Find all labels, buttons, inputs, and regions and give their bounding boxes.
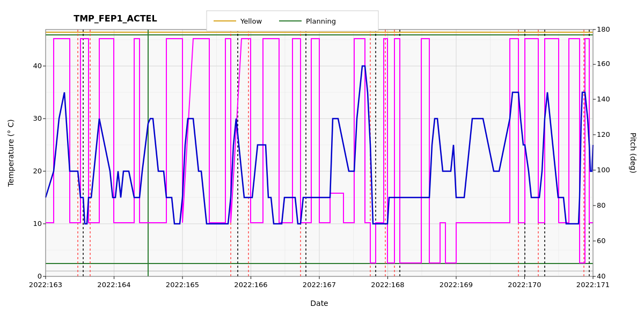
y-right-axis-label: Pitch (deg) <box>629 133 638 173</box>
chart-title: TMP_FEP1_ACTEL <box>74 13 157 24</box>
x-tick-169: 2022:169 <box>440 281 473 289</box>
y-right-tick-40: 40 <box>597 272 606 280</box>
x-tick-170: 2022:170 <box>508 281 541 289</box>
y-left-tick-0: 0 <box>38 272 42 280</box>
y-right-tick-180: 180 <box>597 25 610 33</box>
chart-svg: 2022:163 2022:164 2022:165 2022:166 2022… <box>0 0 644 322</box>
x-tick-164: 2022:164 <box>97 281 130 289</box>
y-left-tick-30: 30 <box>33 114 42 122</box>
y-right-tick-80: 80 <box>597 201 606 209</box>
yellow-legend-label: Yellow <box>240 17 262 25</box>
y-right-tick-160: 160 <box>597 60 610 68</box>
x-tick-165: 2022:165 <box>166 281 199 289</box>
y-left-tick-10: 10 <box>33 219 42 228</box>
x-tick-163: 2022:163 <box>29 281 62 289</box>
y-left-tick-20: 20 <box>33 167 42 175</box>
x-tick-171: 2022:171 <box>576 281 610 289</box>
chart-container: 2022:163 2022:164 2022:165 2022:166 2022… <box>0 0 644 322</box>
y-left-tick-40: 40 <box>33 62 42 70</box>
y-right-tick-60: 60 <box>597 237 606 245</box>
y-right-tick-120: 120 <box>597 130 610 138</box>
x-tick-166: 2022:166 <box>234 281 267 289</box>
planning-legend-label: Planning <box>306 17 336 25</box>
x-axis-label: Date <box>310 299 328 308</box>
x-tick-168: 2022:168 <box>371 281 404 289</box>
y-right-tick-100: 100 <box>597 166 610 174</box>
y-right-tick-140: 140 <box>597 95 610 103</box>
x-tick-167: 2022:167 <box>303 281 336 289</box>
y-left-axis-label: Temperature (° C) <box>6 119 15 187</box>
